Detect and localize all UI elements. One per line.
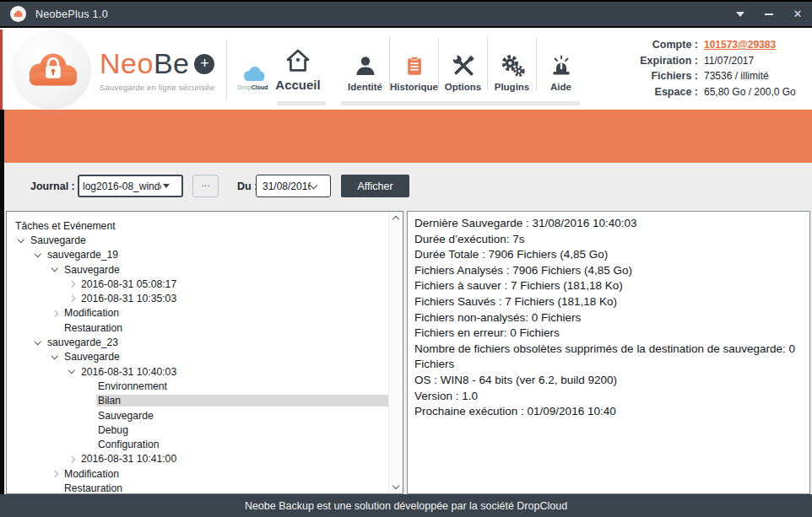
gears-icon xyxy=(500,41,525,78)
header: NeoBe + Sauvegarde en ligne sécurisée Dr… xyxy=(0,30,812,110)
account-id-link[interactable]: 101573@29383 xyxy=(704,37,804,53)
toolbar-label: Accueil xyxy=(275,78,320,92)
tree-item[interactable]: Modification xyxy=(7,466,388,481)
detail-line: OS : WIN8 - 64 bits (ver 6.2, build 9200… xyxy=(414,373,803,389)
tree-item[interactable]: 2016-08-31 10:35:03 xyxy=(7,291,388,305)
dropcloud-logo: DropCloud xyxy=(237,65,268,90)
chevron-right-icon[interactable] xyxy=(64,282,79,287)
chevron-glyph xyxy=(18,236,24,243)
tree-item[interactable]: Sauvegarde xyxy=(7,233,388,247)
tree-item[interactable]: 2016-08-31 05:08:17 xyxy=(7,277,388,291)
dropcloud-text-cloud: Cloud xyxy=(252,84,268,90)
afficher-button[interactable]: Afficher xyxy=(341,175,409,197)
account-row: Compte : 101573@29383 xyxy=(622,37,804,53)
chevron-down-icon[interactable] xyxy=(47,356,62,358)
home-icon xyxy=(284,37,312,74)
logo-area: NeoBe + Sauvegarde en ligne sécurisée Dr… xyxy=(12,30,268,110)
toolbar: Accueil Identité xyxy=(268,36,585,92)
toolbar-underline xyxy=(277,101,326,105)
window-menu-button[interactable] xyxy=(726,2,755,26)
tree-root-text: Tâches et Evénement xyxy=(14,220,388,232)
chevron-glyph xyxy=(51,310,58,317)
scroll-up-icon[interactable] xyxy=(392,216,399,223)
tree-item[interactable]: Sauvegarde xyxy=(7,408,388,423)
chevron-glyph xyxy=(35,338,41,345)
tree-item[interactable]: Restauration xyxy=(7,481,388,493)
toolbar-item-accueil[interactable]: Accueil xyxy=(268,36,328,92)
chevron-glyph xyxy=(68,295,75,302)
brand-block: NeoBe + Sauvegarde en ligne sécurisée xyxy=(100,47,214,92)
chevron-down-icon[interactable] xyxy=(30,254,46,256)
tree-item-label: 2016-08-31 10:35:03 xyxy=(79,293,388,304)
detail-line: Version : 1.0 xyxy=(414,389,803,405)
account-row: Fichiers : 73536 / illimité xyxy=(622,68,804,84)
chevron-down-icon[interactable] xyxy=(30,342,46,344)
filter-controls: Journal : log2016-08_windows ... Du : 31… xyxy=(0,163,812,211)
tree-item[interactable]: sauvegarde_23 xyxy=(7,335,388,349)
brand-neo: Neo xyxy=(100,47,154,80)
tree-item[interactable]: sauvegarde_19 xyxy=(7,248,388,262)
detail-line: Prochaine exécution : 01/09/2016 10:40 xyxy=(414,404,803,420)
account-row: Expiration : 11/07/2017 xyxy=(622,53,804,69)
user-icon xyxy=(354,41,377,78)
tree-item-label: sauvegarde_19 xyxy=(46,249,388,261)
tree-item[interactable]: Debug xyxy=(7,423,388,437)
tree-item[interactable]: Bilan xyxy=(7,394,388,408)
tree-item-label: sauvegarde_23 xyxy=(46,337,388,348)
account-label: Expiration : xyxy=(622,53,698,69)
neobe-logo-icon xyxy=(12,30,91,110)
journal-dropdown[interactable]: log2016-08_windows xyxy=(78,175,183,197)
tree-item[interactable]: Sauvegarde xyxy=(7,262,388,277)
tree-item[interactable]: Configuration xyxy=(7,437,388,451)
toolbar-item-aide[interactable]: Aide xyxy=(537,36,585,92)
brand-tagline: Sauvegarde en ligne sécurisée xyxy=(100,83,214,92)
journal-label: Journal : xyxy=(30,180,75,192)
tree-item[interactable]: 2016-08-31 10:40:03 xyxy=(7,364,388,379)
tree-item-label: 2016-08-31 05:08:17 xyxy=(79,278,388,290)
date-picker[interactable]: 31/08/2016 xyxy=(256,175,331,197)
tree-item[interactable]: Sauvegarde xyxy=(7,350,388,364)
dropcloud-cloud-icon xyxy=(239,65,268,83)
window-title: NeobePlus 1.0 xyxy=(35,8,108,20)
account-value: 11/07/2017 xyxy=(704,53,804,69)
statusbar: Neobe Backup est une solution développée… xyxy=(0,494,812,517)
toolbar-item-historique[interactable]: Historique xyxy=(390,36,438,92)
chevron-right-icon[interactable] xyxy=(64,457,79,462)
tree-item[interactable]: Environnement xyxy=(7,379,388,393)
scroll-down-icon[interactable] xyxy=(392,482,399,489)
toolbar-underline xyxy=(341,101,580,105)
chevron-glyph xyxy=(51,265,58,272)
tree-item-label: Configuration xyxy=(96,439,388,450)
brand-plus-icon: + xyxy=(194,54,214,74)
app-window: NeobePlus 1.0 ✕ xyxy=(0,0,812,517)
siren-icon xyxy=(549,41,573,78)
minimize-button[interactable] xyxy=(755,2,783,26)
toolbar-item-plugins[interactable]: Plugins xyxy=(488,36,536,92)
window-controls: ✕ xyxy=(726,2,812,26)
du-label: Du : xyxy=(237,180,257,192)
tree-item[interactable]: Modification xyxy=(7,306,388,320)
chevron-down-icon[interactable] xyxy=(14,240,29,242)
toolbar-item-identite[interactable]: Identité xyxy=(341,36,389,92)
account-value: 65,80 Go / 200,0 Go xyxy=(704,84,804,100)
chevron-right-icon[interactable] xyxy=(47,471,62,477)
tree-item-label: 2016-08-31 10:40:03 xyxy=(79,366,388,378)
tree-scrollbar[interactable] xyxy=(388,212,403,493)
toolbar-group: Identité Historique xyxy=(341,36,585,92)
content-area: Tâches et EvénementSauvegardesauvegarde_… xyxy=(0,211,812,494)
tree-item-label: Sauvegarde xyxy=(62,264,388,276)
account-label: Fichiers : xyxy=(622,68,698,84)
chevron-glyph xyxy=(68,367,75,374)
dropcloud-text-drop: Drop xyxy=(237,84,251,90)
chevron-down-icon[interactable] xyxy=(64,370,79,373)
close-button[interactable]: ✕ xyxy=(783,2,812,26)
toolbar-item-options[interactable]: Options xyxy=(439,36,487,92)
tree-item[interactable]: Restauration xyxy=(7,320,388,335)
tree-item[interactable]: 2016-08-31 10:41:00 xyxy=(7,452,388,466)
browse-button[interactable]: ... xyxy=(192,175,219,197)
chevron-right-icon[interactable] xyxy=(47,311,62,316)
account-info: Compte : 101573@29383 Expiration : 11/07… xyxy=(622,37,804,100)
chevron-down-icon[interactable] xyxy=(47,268,62,271)
app-icon xyxy=(10,6,26,22)
chevron-right-icon[interactable] xyxy=(64,296,79,301)
